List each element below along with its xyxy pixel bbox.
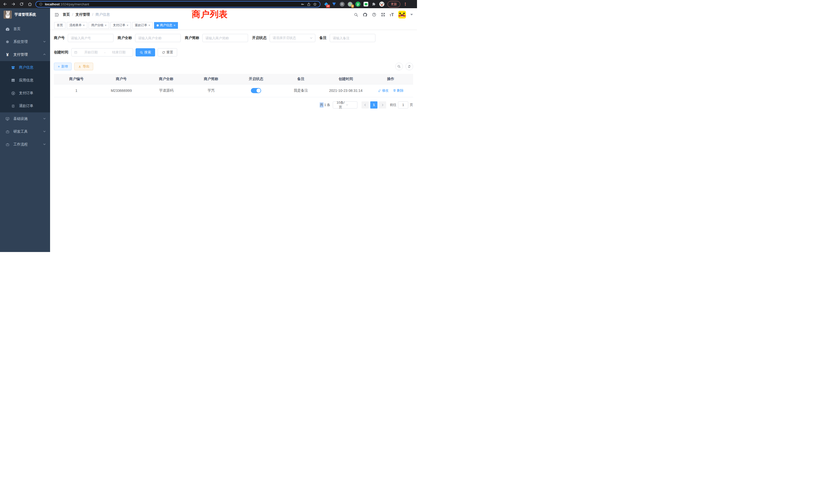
add-button[interactable]: + 新增	[54, 63, 72, 70]
extension-bitwarden-icon[interactable]: 10	[324, 2, 329, 7]
next-page-button[interactable]	[379, 101, 386, 109]
breadcrumb: 首页 / 支付管理 / 商户信息	[63, 12, 110, 17]
bookmark-star-icon[interactable]	[313, 2, 317, 6]
tab-user-group[interactable]: 用户分组×	[89, 22, 109, 29]
tab-process-form[interactable]: 流程表单×	[67, 22, 87, 29]
fullscreen-icon[interactable]	[381, 12, 386, 17]
cell-full-name: 芋道源码	[144, 84, 189, 97]
breadcrumb-home[interactable]: 首页	[63, 12, 70, 17]
sidebar-item-system[interactable]: 系统管理	[0, 36, 50, 48]
annotation-merchant-list: 商户列表	[192, 8, 228, 20]
extension-gem-icon[interactable]	[331, 2, 337, 7]
sidebar-item-refund-order[interactable]: 退款订单	[0, 99, 50, 112]
goto-page-input[interactable]	[398, 101, 408, 109]
field-label: 创建时间	[54, 50, 68, 55]
navbar-right-icons: TT	[354, 11, 413, 19]
avatar-caret-icon[interactable]	[410, 14, 413, 16]
sidebar-item-label: 系统管理	[13, 40, 28, 44]
sidebar-item-label: 商户信息	[19, 65, 34, 70]
briefcase-icon	[5, 130, 10, 134]
browser-home-icon[interactable]	[27, 2, 32, 7]
close-icon[interactable]: ×	[127, 24, 128, 27]
user-avatar[interactable]	[398, 11, 406, 19]
prev-page-button[interactable]	[361, 101, 369, 109]
browser-update-button[interactable]: 更新	[388, 1, 400, 7]
close-icon[interactable]: ×	[174, 24, 175, 27]
tab-merchant-info[interactable]: 商户信息×	[154, 22, 178, 29]
filter-row-2: 创建时间 开始日期 - 结束日期 搜索	[54, 48, 413, 56]
sidebar-collapse-icon[interactable]	[54, 12, 59, 17]
delete-link-label: 删除	[397, 88, 404, 93]
extension-emoji-avatar[interactable]	[379, 2, 385, 7]
remark-input[interactable]	[330, 34, 375, 42]
sidebar-item-dev-tools[interactable]: 研发工具	[0, 125, 50, 138]
total-unit: 条	[327, 102, 330, 107]
address-bar[interactable]: localhost:1024/pay/merchant	[36, 1, 321, 7]
page-size-select[interactable]: 10条/页	[333, 101, 357, 109]
browser-menu-dots-icon[interactable]: ⋮	[403, 2, 407, 6]
short-name-input[interactable]	[202, 34, 248, 42]
breadcrumb-separator: /	[72, 13, 73, 17]
cell-merchant-id: 1	[54, 84, 99, 97]
github-icon[interactable]	[363, 12, 368, 17]
field-label: 商户简称	[185, 36, 199, 40]
share-icon[interactable]	[307, 2, 311, 6]
browser-reload-icon[interactable]	[19, 2, 24, 7]
refresh-button[interactable]	[405, 63, 413, 70]
hide-search-button[interactable]	[395, 63, 403, 70]
search-button[interactable]: 搜索	[136, 48, 155, 56]
tab-pay-order[interactable]: 支付订单×	[110, 22, 131, 29]
sidebar-item-workflow[interactable]: 工作流程	[0, 138, 50, 151]
close-icon[interactable]: ×	[148, 24, 150, 27]
export-button[interactable]: 导出	[74, 63, 93, 70]
browser-forward-icon[interactable]	[11, 2, 16, 7]
active-tab-dot	[157, 24, 159, 26]
tab-home[interactable]: 首页	[54, 22, 65, 29]
page-number-1[interactable]: 1	[370, 101, 377, 109]
yen-circle-icon	[11, 91, 16, 95]
close-icon[interactable]: ×	[83, 24, 85, 27]
close-icon[interactable]: ×	[105, 24, 107, 27]
browser-back-icon[interactable]	[3, 2, 8, 7]
sidebar-item-home[interactable]: 首页	[0, 23, 50, 36]
date-range-picker[interactable]: 开始日期 - 结束日期	[71, 48, 133, 56]
sidebar: 芋道管理系统 首页 系统管理	[0, 8, 50, 252]
extension-profile-icon[interactable]: 1	[347, 2, 353, 7]
page-info-icon[interactable]	[39, 2, 43, 6]
breadcrumb-payment[interactable]: 支付管理	[75, 12, 90, 17]
sidebar-item-application-info[interactable]: 应用信息	[0, 74, 50, 87]
table-row: 1 M233666999 芋道源码 芋艿 我是备注 2021-10-23 08:…	[54, 84, 413, 97]
font-size-icon[interactable]: TT	[390, 13, 394, 17]
store-icon	[11, 65, 16, 70]
extension-chat-icon[interactable]	[363, 2, 369, 7]
help-icon[interactable]	[372, 12, 376, 17]
extension-command-icon[interactable]: ⌘	[339, 2, 345, 7]
chevron-down-icon	[346, 104, 356, 106]
status-toggle[interactable]	[251, 88, 261, 93]
tab-label: 退款订单	[135, 23, 147, 27]
sidebar-item-payment[interactable]: ¥ 支付管理	[0, 48, 50, 61]
briefcase-icon	[5, 143, 10, 146]
reset-button[interactable]: 重置	[158, 48, 177, 56]
delete-link[interactable]: 删除	[393, 88, 404, 93]
sidebar-item-infrastructure[interactable]: 基础设施	[0, 112, 50, 125]
status-select[interactable]: 请选择开启状态	[270, 34, 315, 42]
tab-refund-order[interactable]: 退款订单×	[132, 22, 153, 29]
sidebar-item-label: 研发工具	[13, 129, 28, 134]
breadcrumb-separator: /	[92, 13, 93, 17]
sidebar-item-merchant-info[interactable]: 商户信息	[0, 61, 50, 74]
search-icon[interactable]	[354, 13, 358, 17]
extensions-puzzle-icon[interactable]	[371, 2, 376, 7]
main-area: 首页 / 支付管理 / 商户信息 商户列表	[50, 8, 417, 252]
tab-label: 支付订单	[113, 23, 125, 27]
pagination: 共 1 条 10条/页 1	[54, 101, 413, 109]
pagination-total: 共 1 条	[320, 102, 330, 108]
extension-y-icon[interactable]: y	[355, 2, 360, 7]
cell-short-name: 芋艿	[189, 84, 234, 97]
password-key-icon[interactable]	[301, 2, 305, 6]
full-name-input[interactable]	[135, 34, 181, 42]
sidebar-item-pay-order[interactable]: 支付订单	[0, 87, 50, 99]
merchant-no-input[interactable]	[68, 34, 113, 42]
edit-link[interactable]: 修改	[378, 88, 389, 93]
sidebar-logo[interactable]: 芋道管理系统	[0, 8, 50, 21]
